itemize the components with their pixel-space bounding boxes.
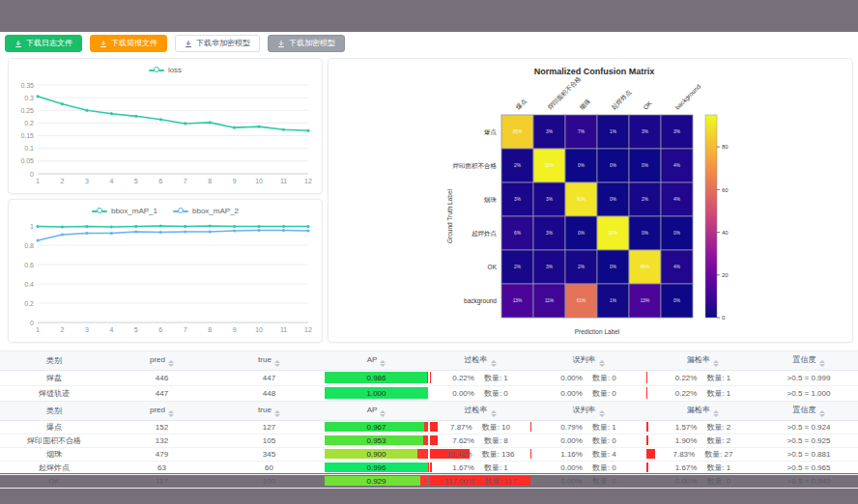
metrics-table-classes: 类别predtrueAP过检率误判率漏检率置信度爆点1521270.9677.8…	[0, 401, 858, 489]
svg-text:3: 3	[85, 178, 89, 184]
column-header[interactable]: true	[215, 351, 323, 371]
svg-text:1: 1	[30, 223, 34, 230]
column-header[interactable]: 置信度	[759, 402, 858, 421]
svg-text:4: 4	[109, 178, 113, 184]
download-icon	[185, 40, 192, 48]
column-header[interactable]: 置信度	[759, 351, 858, 371]
rate-cell: 0.00%数量: 0	[530, 371, 646, 386]
confidence-cell: >0.5 = 0.999	[759, 371, 858, 386]
sort-caret-icon	[380, 410, 386, 417]
column-header[interactable]: 漏检率	[646, 402, 759, 421]
class-label: 起焊炸点	[0, 462, 108, 475]
column-header[interactable]: 误判率	[530, 402, 646, 421]
legend-item-bbox-map-1[interactable]: bbox_mAP_1	[92, 207, 157, 215]
column-header[interactable]: pred	[108, 402, 215, 421]
column-header[interactable]: AP	[323, 402, 430, 421]
svg-text:OK: OK	[642, 99, 653, 111]
svg-text:8: 8	[208, 178, 212, 184]
svg-text:1%: 1%	[610, 129, 617, 134]
true-count: 105	[215, 434, 323, 448]
sort-caret-icon	[168, 410, 174, 417]
download-log-button[interactable]: 下载日志文件	[5, 35, 82, 52]
rate-cell: 0.00%数量: 0	[530, 462, 646, 475]
svg-text:4%: 4%	[673, 197, 681, 202]
svg-text:background: background	[673, 82, 702, 111]
ap-cell: 0.953	[323, 434, 430, 448]
legend-item-loss[interactable]: loss	[149, 66, 182, 74]
table-row: 焊印面积不合格1321050.9537.62%数量: 80.00%数量: 01.…	[0, 434, 858, 448]
svg-text:3%: 3%	[546, 197, 554, 202]
svg-text:0: 0	[30, 171, 34, 178]
sort-caret-icon	[491, 410, 497, 417]
ap-cell: 0.900	[323, 448, 430, 462]
column-header[interactable]: AP	[323, 351, 430, 371]
svg-text:0%: 0%	[578, 163, 586, 168]
legend-label: bbox_mAP_2	[192, 207, 239, 215]
ap-cell: 0.967	[323, 421, 430, 434]
column-header[interactable]: pred	[108, 351, 215, 371]
svg-text:6%: 6%	[514, 231, 522, 236]
legend-label: loss	[168, 66, 182, 74]
table-row: 爆点1521270.9677.87%数量: 100.79%数量: 11.57%数…	[0, 421, 858, 434]
svg-text:background: background	[464, 297, 497, 305]
svg-text:0%: 0%	[610, 265, 617, 269]
column-header[interactable]: 漏检率	[646, 351, 759, 371]
svg-text:0%: 0%	[578, 231, 586, 236]
download-report-button[interactable]: 下载简报文件	[90, 35, 167, 52]
table-row: 焊缝轨迹4474481.0000.00%数量: 00.00%数量: 00.22%…	[0, 386, 858, 402]
svg-text:11: 11	[280, 326, 287, 333]
window-frame: 下载日志文件 下载简报文件 下载非加密模型 下载加密模型	[0, 0, 858, 504]
svg-text:4%: 4%	[673, 265, 681, 269]
pred-count: 63	[108, 462, 215, 475]
rate-cell: 0.79%数量: 1	[530, 421, 646, 434]
column-header[interactable]: 误判率	[530, 351, 646, 371]
legend-item-bbox-map-2[interactable]: bbox_mAP_2	[173, 207, 239, 215]
ap-cell: 0.986	[323, 371, 430, 386]
class-label: 焊盘	[0, 371, 108, 386]
svg-text:1: 1	[36, 326, 40, 333]
svg-text:5: 5	[134, 178, 138, 184]
sort-caret-icon	[491, 360, 497, 367]
true-count: 345	[215, 448, 323, 462]
download-encrypted-model-button[interactable]: 下载加密模型	[268, 35, 345, 52]
svg-text:61%: 61%	[577, 298, 586, 303]
download-plain-model-button[interactable]: 下载非加密模型	[175, 35, 260, 52]
colorbar	[705, 115, 717, 318]
svg-text:0%: 0%	[673, 298, 681, 303]
svg-text:爆点: 爆点	[484, 128, 498, 135]
svg-text:3%: 3%	[546, 129, 554, 134]
svg-text:2%: 2%	[514, 265, 522, 269]
svg-text:9: 9	[233, 178, 237, 184]
metrics-table-global: 类别predtrueAP过检率误判率漏检率置信度焊盘4464470.9860.2…	[0, 350, 858, 402]
table-row: 起焊炸点63600.9961.67%数量: 10.00%数量: 01.67%数量…	[0, 462, 858, 475]
svg-text:3: 3	[85, 326, 89, 333]
svg-text:10: 10	[255, 326, 263, 333]
class-label: 爆点	[0, 421, 108, 434]
svg-text:13%: 13%	[641, 298, 650, 303]
sort-caret-icon	[599, 360, 605, 367]
svg-text:1: 1	[36, 178, 40, 184]
svg-text:85%: 85%	[513, 129, 523, 134]
svg-text:80: 80	[722, 144, 729, 150]
sort-caret-icon	[713, 360, 719, 367]
svg-text:爆点: 爆点	[514, 97, 528, 110]
svg-text:4%: 4%	[673, 163, 681, 168]
pred-count: 479	[108, 448, 215, 462]
svg-text:40: 40	[722, 230, 729, 236]
rate-cell: 0.00%数量: 0	[530, 475, 646, 489]
column-header[interactable]: true	[215, 402, 323, 421]
svg-text:Normalized Confusion Matrix: Normalized Confusion Matrix	[534, 67, 655, 76]
svg-text:0.2: 0.2	[24, 300, 34, 307]
table-row: 烟珠4793450.90039.42%数量: 1361.16%数量: 47.83…	[0, 448, 858, 462]
rate-cell: 7.87%数量: 10	[430, 421, 530, 434]
pred-count: 117	[108, 475, 215, 489]
sort-caret-icon	[599, 410, 605, 417]
svg-text:0%: 0%	[610, 163, 617, 168]
column-header[interactable]: 过检率	[430, 402, 530, 421]
svg-text:0%: 0%	[642, 231, 649, 236]
column-header[interactable]: 过检率	[430, 351, 530, 371]
svg-text:13%: 13%	[513, 298, 523, 303]
rate-cell: 1.67%数量: 1	[430, 462, 530, 475]
ap-cell: 0.929	[323, 475, 430, 489]
svg-text:3%: 3%	[673, 129, 681, 134]
